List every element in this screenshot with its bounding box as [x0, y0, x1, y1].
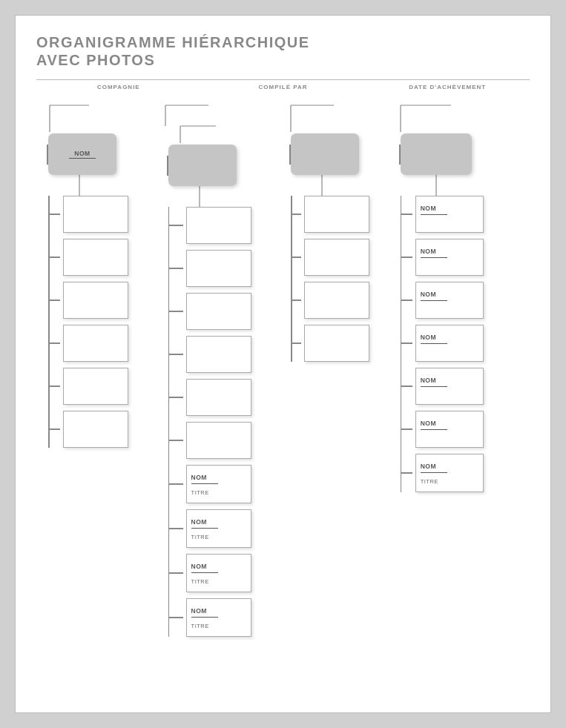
col1-top-connector [48, 104, 108, 133]
col2-photo-container [152, 145, 280, 186]
col4-card6-line [421, 429, 447, 430]
table-row: NOM [390, 196, 530, 233]
col4-card-3: NOM [415, 282, 484, 319]
table-row [282, 196, 389, 233]
page-title: ORGANIGRAMME HIÉRARCHIQUE AVEC PHOTOS [36, 33, 530, 69]
column-2: NOM TITRE NOM TITRE [152, 104, 280, 637]
col1-card-3 [63, 282, 128, 319]
col4-card5-line [421, 386, 447, 387]
col3-mid-connector [282, 175, 356, 196]
header-compile: COMPILÉ PAR [201, 84, 366, 90]
col4-photo-box [401, 133, 472, 175]
table-row: NOM [390, 239, 530, 276]
table-row [152, 379, 280, 416]
col4-card2-line [421, 257, 447, 258]
col2-card-3 [186, 293, 251, 330]
card9-line [191, 572, 218, 573]
col1-card-list [36, 196, 151, 448]
col4-card7-line [421, 472, 447, 473]
col4-card-list: NOM NOM NOM [390, 196, 530, 492]
table-row [36, 325, 151, 362]
header-fields: COMPAGNIE COMPILÉ PAR DATE D'ACHÈVEMENT [36, 79, 530, 90]
page: ORGANIGRAMME HIÉRARCHIQUE AVEC PHOTOS CO… [15, 15, 551, 713]
col2-top-connector [164, 104, 260, 145]
col1-photo-box: NOM [48, 133, 116, 175]
table-row [36, 411, 151, 448]
col3-card-1 [304, 196, 369, 233]
col1-card-6 [63, 411, 128, 448]
col3-card-2 [304, 239, 369, 276]
col1-mid-connector [36, 175, 111, 196]
card10-line [191, 617, 218, 618]
table-row [36, 368, 151, 405]
column-4: NOM NOM NOM [390, 104, 530, 637]
col4-card3-line [421, 300, 447, 301]
header-compagnie: COMPAGNIE [36, 84, 201, 90]
col1-photo-underline [69, 158, 96, 159]
col4-card-4: NOM [415, 325, 484, 362]
col2-mid-connector [152, 186, 241, 207]
col4-card-2: NOM [415, 239, 484, 276]
table-row [36, 282, 151, 319]
table-row: NOM [390, 282, 530, 319]
col3-photo-box [291, 133, 359, 175]
table-row: NOM [390, 411, 530, 448]
col2-card-7: NOM TITRE [186, 465, 251, 503]
table-row [282, 325, 389, 362]
col4-top-connector [399, 104, 481, 133]
table-row: NOM TITRE [152, 465, 280, 503]
col4-card-6: NOM [415, 411, 484, 448]
col4-card-7: NOM TITRE [415, 454, 484, 492]
table-row [152, 250, 280, 287]
col3-card-4 [304, 325, 369, 362]
column-1: NOM [36, 104, 151, 637]
col1-cards [36, 196, 151, 448]
col1-vert-line [48, 196, 50, 448]
col4-card4-line [421, 343, 447, 344]
table-row: NOM [390, 368, 530, 405]
col4-mid-connector [390, 175, 472, 196]
col2-card-6 [186, 422, 251, 459]
title-block: ORGANIGRAMME HIÉRARCHIQUE AVEC PHOTOS [36, 33, 530, 69]
card7-line [191, 483, 218, 484]
table-row [36, 239, 151, 276]
col2-card-9: NOM TITRE [186, 554, 251, 592]
col1-card-5 [63, 368, 128, 405]
col4-vert-line [401, 196, 402, 492]
col4-card1-line [421, 214, 447, 215]
table-row [152, 336, 280, 373]
table-row: NOM TITRE [152, 598, 280, 637]
table-row [282, 282, 389, 319]
col2-cards: NOM TITRE NOM TITRE [152, 207, 280, 637]
col4-card-5: NOM [415, 368, 484, 405]
col3-card-list [282, 196, 389, 362]
table-row: NOM TITRE [390, 454, 530, 492]
col2-card-5 [186, 379, 251, 416]
org-chart-area: NOM [36, 104, 530, 637]
col1-card-2 [63, 239, 128, 276]
col2-photo-box [168, 145, 237, 186]
col2-card-list: NOM TITRE NOM TITRE [152, 207, 280, 637]
card8-line [191, 528, 218, 529]
col1-card-4 [63, 325, 128, 362]
table-row [152, 422, 280, 459]
col2-card-8: NOM TITRE [186, 509, 251, 548]
col2-card-1 [186, 207, 251, 244]
col2-card-2 [186, 250, 251, 287]
col2-card-4 [186, 336, 251, 373]
table-row: NOM TITRE [152, 509, 280, 548]
col3-photo-container [282, 133, 389, 175]
col3-cards [282, 196, 389, 362]
col1-photo-container: NOM [36, 133, 151, 175]
col2-vert-line [168, 207, 170, 637]
col3-card-3 [304, 282, 369, 319]
table-row [152, 293, 280, 330]
column-3 [282, 104, 389, 637]
table-row [152, 207, 280, 244]
col4-cards: NOM NOM NOM [390, 196, 530, 492]
col4-photo-container [390, 133, 530, 175]
col3-top-connector [289, 104, 356, 133]
col3-vert-line [291, 196, 292, 362]
table-row: NOM [390, 325, 530, 362]
table-row: NOM TITRE [152, 554, 280, 592]
